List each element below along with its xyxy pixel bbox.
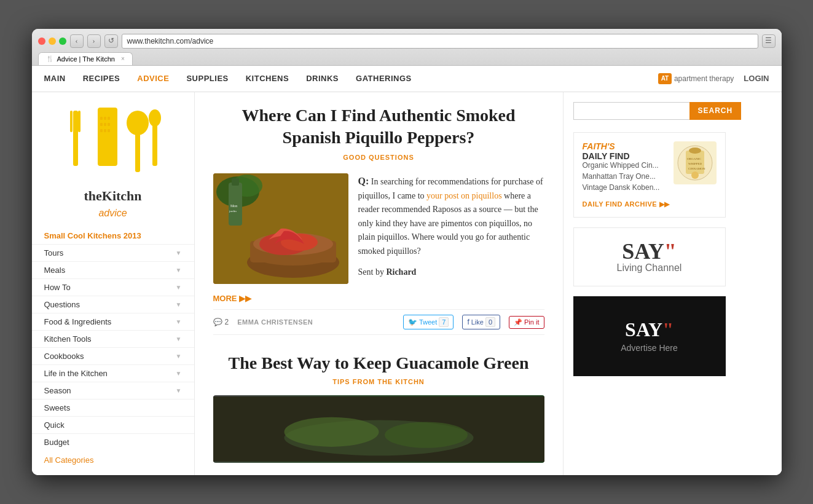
article-1: Where Can I Find Authentic Smoked Spanis… <box>213 104 544 336</box>
article-body: Mon jardin <box>213 173 544 284</box>
sidebar-item-sweets[interactable]: Sweets <box>32 399 194 416</box>
traffic-lights <box>38 37 66 45</box>
daily-find-item-2[interactable]: Manhattan Tray One... <box>583 172 660 181</box>
article-2: The Best Way to Keep Guacamole Green TIP… <box>213 353 544 463</box>
search-button[interactable]: SEARCH <box>689 102 742 120</box>
sent-by-label: Sent by <box>358 267 387 277</box>
sidebar-item-highlight[interactable]: Small Cool Kitchens 2013 <box>32 231 194 244</box>
read-more-link[interactable]: MORE ▶▶ <box>213 294 544 303</box>
page-content: MAIN RECIPES ADVICE SUPPLIES KITCHENS DR… <box>32 66 782 476</box>
tweet-button[interactable]: 🐦 Tweet 7 <box>403 315 454 329</box>
tab-favicon: 🍴 <box>46 55 53 62</box>
svg-rect-9 <box>108 123 110 126</box>
svg-point-15 <box>149 109 161 127</box>
svg-point-32 <box>284 417 379 447</box>
active-tab[interactable]: 🍴 Advice | The Kitchn × <box>38 52 133 65</box>
chevron-right-icon: ▼ <box>176 284 182 291</box>
url-text: www.thekitchn.com/advice <box>127 37 214 45</box>
sidebar: theKitchn advice Small Cool Kitchens 201… <box>32 92 195 476</box>
facebook-like-button[interactable]: f Like 0 <box>462 315 500 329</box>
back-button[interactable]: ‹ <box>70 34 84 48</box>
sidebar-item-meals[interactable]: Meals ▼ <box>32 261 194 278</box>
nav-kitchens[interactable]: KITCHENS <box>246 74 289 83</box>
sidebar-tours-label: Tours <box>44 248 64 258</box>
say-logo: SAY" <box>586 240 713 262</box>
apt-therapy-label: apartment therapy <box>674 74 734 83</box>
chevron-right-icon: ▼ <box>176 353 182 360</box>
sidebar-item-season[interactable]: Season ▼ <box>32 382 194 399</box>
svg-rect-16 <box>152 124 157 166</box>
sidebar-budget-label: Budget <box>44 438 69 447</box>
maximize-button[interactable] <box>59 37 66 45</box>
svg-rect-5 <box>104 117 106 120</box>
sidebar-item-food[interactable]: Food & Ingredients ▼ <box>32 313 194 330</box>
svg-text:CINNAMON: CINNAMON <box>688 167 705 170</box>
right-sidebar: SEARCH FAITH'S DAILY FIND Organic Whippe… <box>564 92 736 476</box>
sidebar-item-budget[interactable]: Budget <box>32 433 194 451</box>
content-area: Where Can I Find Authentic Smoked Spanis… <box>195 92 564 476</box>
login-button[interactable]: LOGIN <box>744 74 769 83</box>
close-button[interactable] <box>38 37 45 45</box>
sidebar-food-label: Food & Ingredients <box>44 317 112 326</box>
svg-rect-7 <box>100 123 103 126</box>
piquillos-link[interactable]: your post on piquillos <box>426 191 502 200</box>
daily-find-header: FAITH'S DAILY FIND Organic Whipped Cin..… <box>583 141 717 194</box>
sidebar-item-life[interactable]: Life in the Kitchen ▼ <box>32 364 194 382</box>
svg-text:ORGANIC: ORGANIC <box>687 157 701 160</box>
browser-chrome: ‹ › ↺ www.thekitchn.com/advice ☰ 🍴 Advic… <box>32 29 782 66</box>
browser-window: ‹ › ↺ www.thekitchn.com/advice ☰ 🍴 Advic… <box>32 29 782 476</box>
sidebar-quick-label: Quick <box>44 420 65 430</box>
forward-button[interactable]: › <box>87 34 101 48</box>
pinterest-button[interactable]: 📌 Pin it <box>509 316 544 329</box>
daily-find-item-3[interactable]: Vintage Dansk Koben... <box>583 183 660 192</box>
tab-bar: 🍴 Advice | The Kitchn × <box>38 52 776 65</box>
nav-right: AT apartment therapy LOGIN <box>658 73 769 84</box>
say-living-banner[interactable]: SAY" Living Channel <box>573 227 726 286</box>
article2-image <box>213 395 544 463</box>
minimize-button[interactable] <box>49 37 56 45</box>
apartment-therapy-link[interactable]: AT apartment therapy <box>658 73 734 84</box>
tweet-label: Tweet <box>419 318 437 326</box>
address-bar[interactable]: www.thekitchn.com/advice <box>122 34 758 49</box>
svg-rect-4 <box>100 117 103 120</box>
comment-icon: 💬 <box>213 318 222 326</box>
chevron-right-icon: ▼ <box>176 370 182 377</box>
comment-number: 2 <box>225 318 229 326</box>
daily-find-title: FAITH'S DAILY FIND <box>583 141 660 161</box>
sidebar-item-tools[interactable]: Kitchen Tools ▼ <box>32 330 194 347</box>
say-advertise-banner[interactable]: SAY" Advertise Here <box>573 296 726 376</box>
daily-find-list: Organic Whipped Cin... Manhattan Tray On… <box>583 161 660 192</box>
logo-utensils <box>44 104 182 184</box>
refresh-button[interactable]: ↺ <box>104 34 118 48</box>
all-categories-link[interactable]: All Categories <box>32 451 194 470</box>
sidebar-item-tours[interactable]: Tours ▼ <box>32 244 194 261</box>
nav-main[interactable]: MAIN <box>44 74 66 83</box>
daily-find-item-1[interactable]: Organic Whipped Cin... <box>583 161 660 170</box>
nav-gatherings[interactable]: GATHERINGS <box>356 74 412 83</box>
twitter-icon: 🐦 <box>408 318 417 326</box>
daily-find-archive-link[interactable]: DAILY FIND ARCHIVE ▶▶ <box>583 200 717 208</box>
sidebar-item-quick[interactable]: Quick <box>32 416 194 433</box>
nav-drinks[interactable]: DRINKS <box>306 74 339 83</box>
svg-point-13 <box>127 111 149 135</box>
article2-title: The Best Way to Keep Guacamole Green <box>213 353 544 373</box>
settings-button[interactable]: ☰ <box>762 34 776 48</box>
article-footer: 💬 2 EMMA CHRISTENSEN 🐦 Tweet 7 f Like <box>213 309 544 335</box>
sidebar-item-questions[interactable]: Questions ▼ <box>32 296 194 313</box>
nav-recipes[interactable]: RECIPES <box>83 74 120 83</box>
advertise-label: Advertise Here <box>621 343 678 353</box>
like-count: 0 <box>485 317 495 327</box>
sidebar-item-cookbooks[interactable]: Cookbooks ▼ <box>32 347 194 364</box>
site-title: theKitchn <box>44 188 182 204</box>
search-input[interactable] <box>573 102 689 120</box>
nav-supplies[interactable]: SUPPLIES <box>186 74 228 83</box>
chevron-right-icon: ▼ <box>176 250 182 256</box>
q-label: Q: <box>358 176 369 186</box>
sidebar-item-howto[interactable]: How To ▼ <box>32 278 194 296</box>
nav-advice[interactable]: ADVICE <box>137 74 169 83</box>
sender-name: Richard <box>386 267 416 277</box>
tab-close-button[interactable]: × <box>121 55 125 62</box>
sidebar-section-title: advice <box>44 204 182 225</box>
chevron-right-icon: ▼ <box>176 336 182 342</box>
chevron-right-icon: ▼ <box>176 318 182 325</box>
